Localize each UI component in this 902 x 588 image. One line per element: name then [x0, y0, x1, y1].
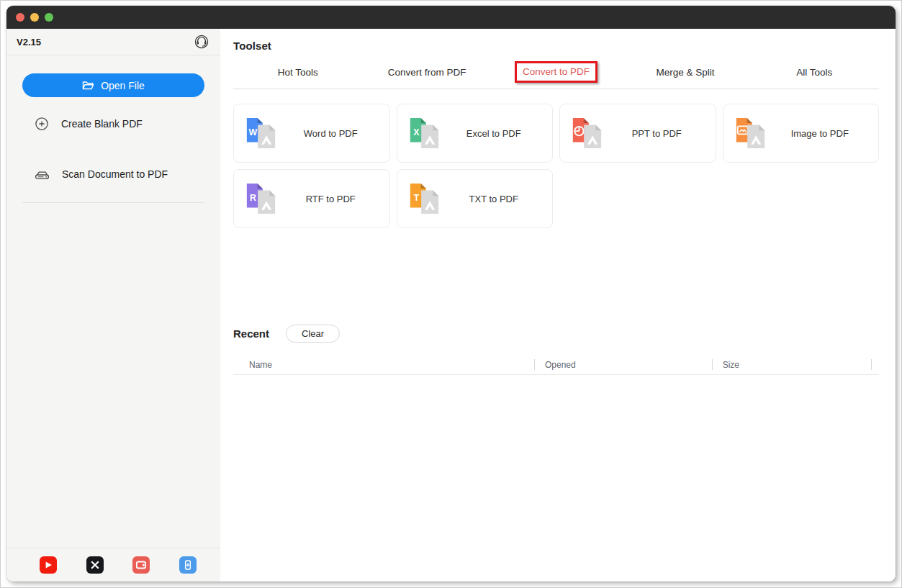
- minimize-window-button[interactable]: [30, 13, 39, 22]
- column-header-name[interactable]: Name: [233, 355, 534, 374]
- scanner-icon: [35, 168, 50, 181]
- svg-text:W: W: [249, 127, 258, 137]
- plus-circle-icon: [35, 117, 49, 131]
- tool-card-ppt-to-pdf[interactable]: PPT to PDF: [559, 104, 716, 163]
- app-window: V2.15: [6, 6, 896, 582]
- tool-card-word-to-pdf[interactable]: W Word to PDF: [233, 104, 390, 163]
- tool-card-excel-to-pdf[interactable]: X Excel to PDF: [397, 104, 554, 163]
- headset-support-icon[interactable]: [194, 34, 209, 50]
- main-panel: Toolset Hot Tools Convert from PDF Conve…: [220, 29, 896, 582]
- page-title: Toolset: [233, 40, 879, 52]
- tab-label: All Tools: [796, 67, 832, 78]
- recent-title: Recent: [233, 327, 269, 340]
- zoom-window-button[interactable]: [45, 13, 53, 22]
- sidebar-item-create-blank-pdf[interactable]: Create Blank PDF: [6, 113, 220, 135]
- recent-table-header: Name Opened Size: [233, 355, 879, 375]
- recent-table-body-empty: [233, 375, 879, 548]
- tool-card-txt-to-pdf[interactable]: T TXT to PDF: [397, 169, 554, 228]
- window-content: V2.15: [6, 29, 896, 582]
- toolset-tabs: Hot Tools Convert from PDF Convert to PD…: [233, 57, 879, 89]
- annotation-highlight-box: Convert to PDF: [515, 61, 597, 83]
- screenshot-frame: V2.15: [0, 0, 902, 588]
- titlebar: [6, 6, 896, 29]
- recent-section: Recent Clear Name Opened Size: [233, 325, 879, 548]
- tab-label: Merge & Split: [656, 67, 714, 78]
- sidebar-item-label: Scan Document to PDF: [62, 168, 168, 180]
- youtube-icon[interactable]: [40, 556, 57, 574]
- tool-card-image-to-pdf[interactable]: Image to PDF: [723, 104, 880, 163]
- tab-hot-tools[interactable]: Hot Tools: [233, 58, 362, 89]
- excel-file-icon: X: [407, 117, 441, 150]
- tool-card-rtf-to-pdf[interactable]: R RTF to PDF: [233, 169, 390, 228]
- tab-label: Hot Tools: [278, 67, 318, 78]
- tool-card-label: Word to PDF: [278, 128, 389, 139]
- txt-file-icon: T: [407, 182, 441, 215]
- sidebar-item-label: Create Blank PDF: [61, 118, 143, 130]
- sidebar-spacer: [6, 203, 220, 548]
- image-file-icon: [733, 117, 767, 150]
- video-channel-icon[interactable]: [132, 556, 150, 574]
- tool-card-label: RTF to PDF: [278, 194, 389, 204]
- sidebar-header: V2.15: [6, 29, 220, 55]
- tab-label: Convert to PDF: [523, 66, 590, 77]
- tool-cards: W Word to PDF: [233, 104, 879, 228]
- column-header-opened[interactable]: Opened: [534, 355, 712, 374]
- social-bar: [6, 548, 220, 582]
- tab-all-tools[interactable]: All Tools: [750, 58, 879, 89]
- svg-text:X: X: [413, 127, 420, 137]
- tool-card-label: TXT to PDF: [441, 194, 553, 204]
- tool-card-label: Image to PDF: [767, 128, 879, 139]
- open-file-label: Open File: [101, 80, 145, 91]
- rtf-file-icon: R: [243, 182, 278, 215]
- tab-label: Convert from PDF: [388, 67, 466, 78]
- column-header-size[interactable]: Size: [712, 355, 879, 374]
- tool-card-label: Excel to PDF: [441, 128, 553, 139]
- svg-text:T: T: [413, 193, 419, 203]
- open-file-button[interactable]: Open File: [22, 73, 204, 97]
- recent-header: Recent Clear: [233, 325, 879, 343]
- x-twitter-icon[interactable]: [86, 556, 104, 574]
- tool-card-label: PPT to PDF: [604, 128, 716, 139]
- mobile-app-download-icon[interactable]: [179, 556, 197, 574]
- svg-text:R: R: [250, 193, 256, 203]
- word-file-icon: W: [243, 117, 278, 150]
- ppt-pie-chart-file-icon: [569, 117, 604, 150]
- version-label: V2.15: [17, 37, 41, 48]
- close-window-button[interactable]: [16, 13, 24, 22]
- clear-recent-button[interactable]: Clear: [286, 325, 340, 343]
- tab-convert-from-pdf[interactable]: Convert from PDF: [362, 58, 491, 89]
- tab-merge-and-split[interactable]: Merge & Split: [621, 58, 749, 89]
- sidebar-item-scan-document-to-pdf[interactable]: Scan Document to PDF: [6, 163, 220, 185]
- sidebar: V2.15: [6, 29, 220, 582]
- tab-convert-to-pdf[interactable]: Convert to PDF: [492, 57, 621, 89]
- open-folder-icon: [82, 81, 94, 91]
